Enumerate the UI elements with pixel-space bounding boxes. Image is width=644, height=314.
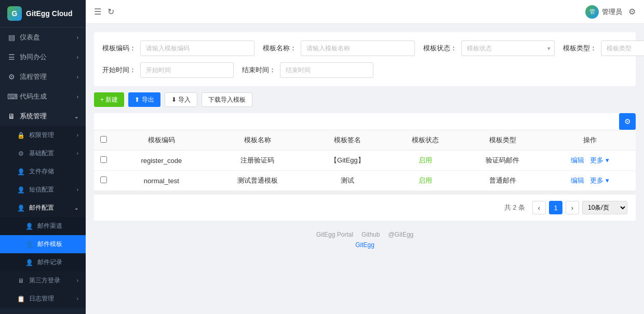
export-button[interactable]: ⬆ 导出 xyxy=(128,92,160,107)
sidebar-item-dashboard[interactable]: ▤仪表盘 › xyxy=(0,28,86,47)
smsconfig-icon: 👤 xyxy=(17,186,25,194)
refresh-icon[interactable]: ↻ xyxy=(108,7,114,17)
admin-info[interactable]: 管 管理员 xyxy=(585,5,622,19)
row-sign: 测试 xyxy=(305,171,390,191)
template-type-select[interactable]: 模板类型 验证码邮件 普通邮件 xyxy=(601,40,644,56)
logo-icon: G xyxy=(7,6,22,21)
codegen-icon: ⌨ xyxy=(7,92,16,101)
footer-link-portal[interactable]: GitEgg Portal xyxy=(316,231,353,238)
row-code: normal_test xyxy=(113,171,210,191)
prev-page-button[interactable]: ‹ xyxy=(532,201,546,214)
next-page-button[interactable]: › xyxy=(566,201,579,214)
download-template-button[interactable]: 下载导入模板 xyxy=(202,92,252,107)
sidebar-item-filestore[interactable]: 👤 文件存储 xyxy=(0,162,86,181)
footer-link-gitegg-at[interactable]: @GitEgg xyxy=(388,231,413,238)
edit-button-row0[interactable]: 编辑 xyxy=(571,156,584,165)
template-status-label: 模板状态： xyxy=(423,44,457,53)
row-actions: 编辑 更多 ▾ xyxy=(544,171,636,191)
start-time-field: 开始时间： xyxy=(102,62,234,78)
total-info: 共 2 条 xyxy=(504,203,525,212)
column-settings-button[interactable]: ⚙ xyxy=(619,113,636,130)
main-area: ☰ ↻ 管 管理员 ⚙ 模板编码： 模板名称： xyxy=(86,0,644,314)
sysadmin-submenu: 🔒 权限管理 › ⚙ 基础配置 › 👤 文件存储 👤 短信配置 › 👤 邮件配置 xyxy=(0,126,86,308)
col-name: 模板名称 xyxy=(210,130,305,151)
mailconfig-icon: 👤 xyxy=(17,204,25,212)
chevron-icon: › xyxy=(77,74,78,80)
basic-icon: ⚙ xyxy=(17,150,25,157)
template-name-label: 模板名称： xyxy=(263,44,297,53)
settings-icon[interactable]: ⚙ xyxy=(628,7,636,17)
row-checkbox[interactable] xyxy=(100,176,107,183)
row-status: 启用 xyxy=(390,151,461,171)
new-button[interactable]: + 新建 xyxy=(94,92,124,107)
template-status-select[interactable]: 模板状态 启用 禁用 xyxy=(461,40,555,56)
edit-button-row1[interactable]: 编辑 xyxy=(571,176,584,185)
sidebar-item-mailtemplate[interactable]: 👤 邮件模板 xyxy=(0,235,86,253)
template-type-field: 模板类型： 模板类型 验证码邮件 普通邮件 xyxy=(563,40,644,56)
end-time-label: 结束时间： xyxy=(242,65,276,75)
template-code-label: 模板编码： xyxy=(102,44,136,53)
select-all-checkbox[interactable] xyxy=(100,136,107,143)
row-actions: 编辑 更多 ▾ xyxy=(544,151,636,171)
chevron-icon: › xyxy=(77,187,78,193)
sidebar: G GitEgg Cloud ▤仪表盘 › ☰协同办公 › ⚙流程管理 › ⌨代… xyxy=(0,0,86,314)
start-time-label: 开始时间： xyxy=(102,65,136,75)
sidebar-item-auth[interactable]: 🔒 权限管理 › xyxy=(0,126,86,144)
sidebar-item-basic[interactable]: ⚙ 基础配置 › xyxy=(0,144,86,162)
sidebar-menu: ▤仪表盘 › ☰协同办公 › ⚙流程管理 › ⌨代码生成 › 🖥系统管理 ⌄ 🔒… xyxy=(0,28,86,314)
row-type: 普通邮件 xyxy=(461,171,544,191)
collab-icon: ☰ xyxy=(7,53,16,61)
template-name-field: 模板名称： xyxy=(263,40,415,56)
col-actions: 操作 xyxy=(544,130,636,151)
col-status: 模板状态 xyxy=(390,130,461,151)
mailchannel-icon: 👤 xyxy=(25,223,33,230)
row-status: 启用 xyxy=(390,171,461,191)
auth-icon: 🔒 xyxy=(17,132,25,139)
template-name-input[interactable] xyxy=(301,40,415,56)
sysadmin-icon: 🖥 xyxy=(7,112,16,120)
table-row: normal_test 测试普通模板 测试 启用 普通邮件 编辑 更多 ▾ xyxy=(94,171,636,191)
maillog-icon: 👤 xyxy=(25,259,33,266)
process-icon: ⚙ xyxy=(7,73,16,81)
more-button-row1[interactable]: 更多 ▾ xyxy=(590,176,609,185)
logo-text: GitEgg Cloud xyxy=(26,9,72,18)
mailconfig-submenu: 👤 邮件渠道 👤 邮件模板 👤 邮件记录 xyxy=(0,217,86,271)
menu-toggle-icon[interactable]: ☰ xyxy=(94,7,101,17)
row-sign: 【GitEgg】 xyxy=(305,151,390,171)
template-code-input[interactable] xyxy=(140,40,254,56)
footer-link-github[interactable]: Github xyxy=(361,231,380,238)
table-body: register_code 注册验证码 【GitEgg】 启用 验证码邮件 编辑… xyxy=(94,151,636,191)
sidebar-item-collab[interactable]: ☰协同办公 › xyxy=(0,47,86,67)
import-button[interactable]: ⬇ 导入 xyxy=(165,92,197,107)
page-size-select[interactable]: 10条/页 20条/页 50条/页 xyxy=(582,201,627,214)
template-status-field: 模板状态： 模板状态 启用 禁用 xyxy=(423,40,555,56)
sidebar-item-smsconfig[interactable]: 👤 短信配置 › xyxy=(0,181,86,199)
sidebar-item-mailchannel[interactable]: 👤 邮件渠道 xyxy=(0,217,86,235)
row-checkbox[interactable] xyxy=(100,156,107,163)
sidebar-item-logmgmt[interactable]: 📋 日志管理 › xyxy=(0,290,86,308)
logmgmt-icon: 📋 xyxy=(17,295,25,303)
dashboard-icon: ▤ xyxy=(7,33,16,42)
pagination: 共 2 条 ‹ 1 › 10条/页 20条/页 50条/页 xyxy=(94,194,636,221)
template-type-label: 模板类型： xyxy=(563,44,597,53)
row-type: 验证码邮件 xyxy=(461,151,544,171)
more-button-row0[interactable]: 更多 ▾ xyxy=(590,156,609,165)
sidebar-item-codegen[interactable]: ⌨代码生成 › xyxy=(0,87,86,106)
sidebar-item-maillog[interactable]: 👤 邮件记录 xyxy=(0,253,86,271)
start-time-input[interactable] xyxy=(140,62,234,78)
sidebar-item-process[interactable]: ⚙流程管理 › xyxy=(0,67,86,87)
chevron-up-icon: ⌄ xyxy=(74,205,78,211)
sidebar-item-mailconfig[interactable]: 👤 邮件配置 ⌄ xyxy=(0,199,86,217)
sidebar-item-thirdlogin[interactable]: 🖥 第三方登录 › xyxy=(0,271,86,290)
end-time-input[interactable] xyxy=(280,62,373,78)
filestore-icon: 👤 xyxy=(17,168,25,175)
sidebar-item-sysadmin[interactable]: 🖥系统管理 ⌄ xyxy=(0,106,86,126)
row-name: 测试普通模板 xyxy=(210,171,305,191)
page-1-button[interactable]: 1 xyxy=(549,201,562,214)
mailtemplate-icon: 👤 xyxy=(25,241,33,248)
header-left: ☰ ↻ xyxy=(94,7,114,17)
row-name: 注册验证码 xyxy=(210,151,305,171)
row-code: register_code xyxy=(113,151,210,171)
footer-brand[interactable]: GitEgg xyxy=(104,241,625,249)
col-sign: 模板签名 xyxy=(305,130,390,151)
